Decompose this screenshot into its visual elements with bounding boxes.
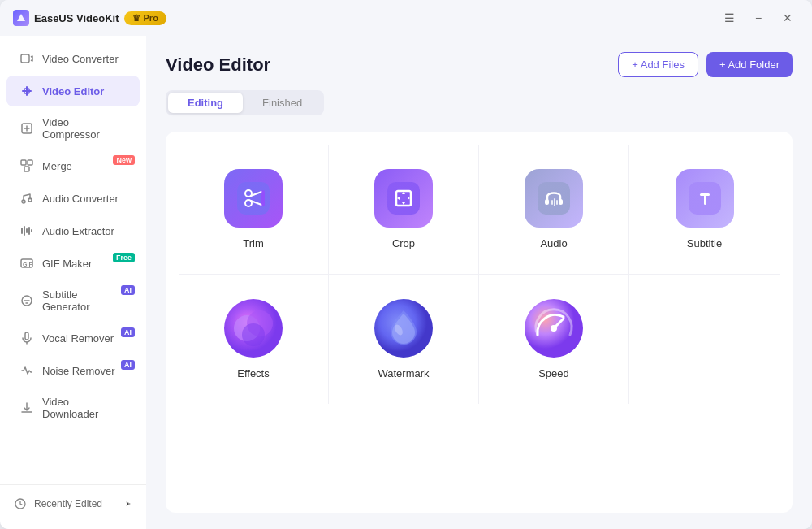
sidebar-item-label: Video Compressor bbox=[42, 116, 127, 141]
sidebar-item-vocal-remover[interactable]: Vocal Remover AI bbox=[6, 323, 140, 353]
sidebar-item-label: GIF Maker bbox=[42, 258, 92, 270]
audio-icon bbox=[525, 169, 583, 228]
tool-speed[interactable]: Speed bbox=[479, 275, 629, 404]
title-bar-left: EaseUS VideoKit ♛ Pro bbox=[13, 10, 166, 26]
content-header: Video Editor + Add Files + Add Folder bbox=[166, 52, 793, 77]
tabs: Editing Finished bbox=[166, 90, 324, 115]
crown-icon: ♛ bbox=[132, 13, 140, 24]
tab-finished[interactable]: Finished bbox=[243, 93, 322, 113]
sidebar-item-label: Audio Extractor bbox=[42, 225, 114, 237]
pro-label: Pro bbox=[144, 13, 158, 23]
gif-maker-icon: GIF bbox=[19, 256, 34, 271]
ai-badge-vocal: AI bbox=[121, 327, 135, 337]
menu-button[interactable]: ☰ bbox=[718, 7, 741, 29]
watermark-label: Watermark bbox=[378, 367, 429, 379]
video-compressor-icon bbox=[19, 121, 34, 136]
svg-rect-6 bbox=[24, 167, 29, 171]
sidebar-item-noise-remover[interactable]: Noise Remover AI bbox=[6, 355, 140, 386]
trim-label: Trim bbox=[243, 237, 264, 249]
svg-point-8 bbox=[28, 198, 32, 202]
svg-rect-12 bbox=[28, 227, 30, 235]
add-folder-button[interactable]: + Add Folder bbox=[706, 52, 793, 77]
speed-label: Speed bbox=[538, 367, 569, 379]
tool-crop[interactable]: Crop bbox=[329, 145, 479, 275]
minimize-button[interactable]: − bbox=[747, 7, 770, 29]
app-logo-icon bbox=[13, 10, 29, 26]
recently-edited-item[interactable]: Recently Edited bbox=[6, 492, 140, 516]
sidebar-item-label: Noise Remover bbox=[42, 365, 115, 377]
tool-watermark[interactable]: Watermark bbox=[329, 275, 479, 404]
tools-section: Trim bbox=[166, 132, 793, 513]
subtitle-generator-icon bbox=[19, 293, 34, 308]
svg-point-45 bbox=[551, 325, 557, 332]
svg-point-40 bbox=[242, 323, 265, 346]
effects-icon bbox=[224, 299, 283, 358]
video-editor-icon bbox=[19, 84, 34, 98]
video-converter-icon bbox=[19, 51, 34, 66]
svg-rect-9 bbox=[21, 228, 23, 234]
svg-text:GIF: GIF bbox=[23, 262, 32, 267]
svg-rect-25 bbox=[261, 190, 265, 206]
watermark-icon bbox=[374, 299, 433, 358]
title-bar: EaseUS VideoKit ♛ Pro ☰ − ✕ bbox=[0, 0, 812, 36]
svg-rect-10 bbox=[24, 226, 25, 236]
svg-rect-17 bbox=[25, 332, 28, 340]
sidebar-item-gif-maker[interactable]: GIF GIF Maker Free bbox=[6, 248, 140, 279]
sidebar-item-label: Subtitle Generator bbox=[42, 288, 127, 313]
sidebar-item-label: Merge bbox=[42, 160, 72, 172]
tool-effects[interactable]: Effects bbox=[179, 275, 329, 404]
tool-subtitle[interactable]: Subtitle bbox=[629, 145, 780, 275]
page-title: Video Editor bbox=[166, 54, 270, 76]
app-window: EaseUS VideoKit ♛ Pro ☰ − ✕ bbox=[0, 0, 812, 529]
svg-rect-4 bbox=[21, 160, 26, 165]
sidebar-bottom: Recently Edited bbox=[0, 484, 146, 522]
svg-rect-1 bbox=[21, 54, 29, 63]
new-badge: New bbox=[113, 155, 135, 165]
subtitle-label: Subtitle bbox=[687, 237, 722, 249]
sidebar-item-subtitle-generator[interactable]: Subtitle Generator AI bbox=[6, 280, 140, 321]
video-downloader-icon bbox=[19, 401, 34, 415]
ai-badge: AI bbox=[121, 285, 135, 295]
recently-edited-label: Recently Edited bbox=[34, 498, 102, 509]
app-title-text: EaseUS VideoKit bbox=[34, 12, 119, 24]
sidebar: Video Converter Video Editor Video Compr… bbox=[0, 36, 146, 529]
tool-audio[interactable]: Audio bbox=[479, 145, 629, 275]
sidebar-item-video-converter[interactable]: Video Converter bbox=[6, 43, 140, 74]
tool-empty bbox=[629, 275, 780, 404]
sidebar-item-video-compressor[interactable]: Video Compressor bbox=[6, 108, 140, 149]
title-bar-controls: ☰ − ✕ bbox=[718, 7, 799, 29]
sidebar-item-label: Video Downloader bbox=[42, 396, 127, 420]
effects-label: Effects bbox=[237, 367, 270, 379]
svg-point-7 bbox=[22, 200, 25, 203]
subtitle-icon bbox=[676, 169, 734, 228]
sidebar-item-label: Audio Converter bbox=[42, 193, 119, 205]
svg-rect-11 bbox=[26, 228, 28, 233]
trim-icon bbox=[224, 169, 283, 228]
content-area: Video Editor + Add Files + Add Folder Ed… bbox=[146, 36, 812, 529]
tools-grid: Trim bbox=[179, 145, 780, 404]
sidebar-item-audio-extractor[interactable]: Audio Extractor bbox=[6, 215, 140, 246]
ai-badge-noise: AI bbox=[121, 360, 135, 370]
sidebar-item-video-downloader[interactable]: Video Downloader bbox=[6, 388, 140, 428]
svg-rect-29 bbox=[545, 199, 549, 205]
svg-rect-28 bbox=[538, 182, 570, 215]
svg-rect-36 bbox=[704, 193, 706, 205]
tool-trim[interactable]: Trim bbox=[179, 145, 329, 275]
main-layout: Video Converter Video Editor Video Compr… bbox=[0, 36, 812, 529]
audio-label: Audio bbox=[540, 237, 567, 249]
sidebar-item-label: Video Converter bbox=[42, 53, 119, 65]
svg-rect-33 bbox=[556, 200, 558, 205]
sidebar-item-merge[interactable]: Merge New bbox=[6, 150, 140, 181]
audio-converter-icon bbox=[19, 191, 34, 206]
tab-editing[interactable]: Editing bbox=[168, 93, 243, 113]
close-button[interactable]: ✕ bbox=[776, 7, 799, 29]
vocal-remover-icon bbox=[19, 331, 34, 345]
sidebar-item-label: Vocal Remover bbox=[42, 332, 114, 345]
svg-rect-13 bbox=[31, 229, 32, 232]
svg-marker-0 bbox=[17, 14, 25, 21]
pro-badge: ♛ Pro bbox=[124, 11, 166, 25]
sidebar-item-video-editor[interactable]: Video Editor bbox=[6, 76, 140, 106]
sidebar-item-audio-converter[interactable]: Audio Converter bbox=[6, 183, 140, 214]
noise-remover-icon bbox=[19, 363, 34, 378]
add-files-button[interactable]: + Add Files bbox=[618, 52, 698, 77]
